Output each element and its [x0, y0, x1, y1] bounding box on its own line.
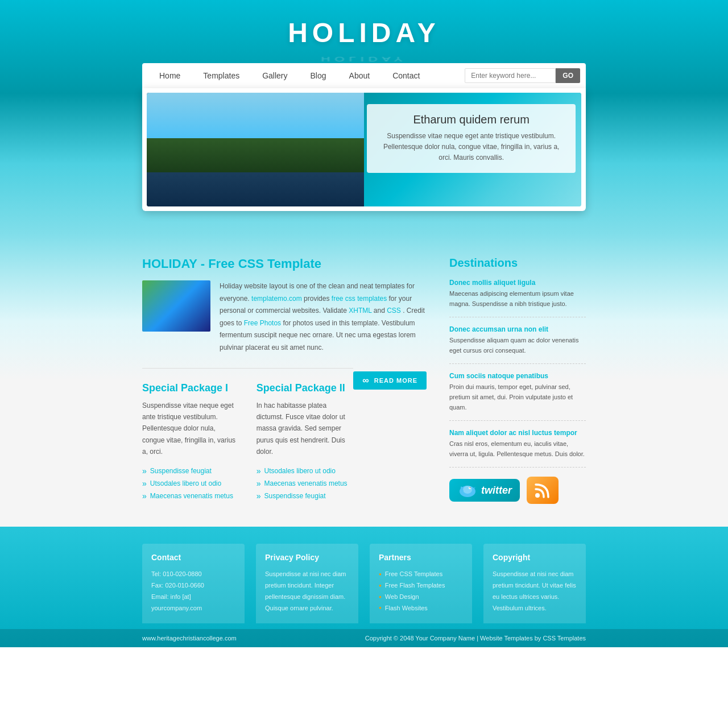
twitter-label: twitter	[481, 485, 512, 497]
company-name-link[interactable]: Your Company Name	[415, 635, 475, 642]
about-text: Holiday website layout is one of the cle…	[220, 280, 427, 354]
partner-link-1[interactable]: Free CSS Templates	[379, 569, 463, 580]
dest-3-text: Proin dui mauris, tempor eget, pulvinar …	[449, 382, 586, 412]
footer-partners-title: Partners	[379, 553, 463, 562]
svg-point-3	[470, 487, 471, 489]
footer-contact: Contact Tel: 010-020-0880 Fax: 020-010-0…	[142, 544, 245, 623]
footer-partners: Partners Free CSS Templates Free Flash T…	[370, 544, 472, 623]
nav-links: Home Templates Gallery Blog About Contac…	[148, 63, 465, 88]
nav-blog[interactable]: Blog	[299, 63, 338, 88]
social-icons: twitter	[449, 477, 586, 504]
footer-bottom-inner: www.heritagechristiancollege.com Copyrig…	[142, 635, 586, 642]
list-item: Utsodales libero ut odio	[257, 465, 354, 477]
package2-list: Utsodales libero ut odio Maecenas venena…	[257, 465, 354, 502]
package1-list: Suspendisse feugiat Utsodales libero ut …	[142, 465, 239, 502]
dest-1-text: Maecenas adipiscing elementum ipsum vita…	[449, 289, 586, 309]
svg-point-1	[463, 486, 472, 494]
hero-text-box: Etharum quidem rerum Suspendisse vitae n…	[367, 104, 576, 173]
dest-4-title: Nam aliquet dolor ac nisl luctus tempor	[449, 429, 586, 437]
footer-copyright-col: Copyright Suspendisse at nisi nec diam p…	[483, 544, 586, 623]
read-more-button[interactable]: ∞ READ MORE	[353, 371, 427, 390]
package1-text: Suspendisse vitae neque eget ante tristi…	[142, 400, 239, 458]
package-2: Special Package II In hac habitasse plat…	[257, 382, 354, 502]
dest-item-4: Nam aliquet dolor ac nisl luctus tempor …	[449, 429, 586, 468]
footer-email: Email: info [at] yourcompany.com	[151, 592, 235, 614]
templatemo-link[interactable]: templatemo.com	[251, 295, 302, 303]
about-image	[142, 280, 210, 332]
footer-inner: Contact Tel: 010-020-0880 Fax: 020-010-0…	[142, 544, 586, 623]
footer-copyright-title: Copyright	[493, 553, 577, 562]
rss-badge[interactable]	[527, 477, 559, 504]
twitter-badge[interactable]: twitter	[449, 479, 520, 502]
nav-gallery[interactable]: Gallery	[251, 63, 299, 88]
css-templates-link[interactable]: CSS Templates	[543, 635, 586, 642]
footer-tel: Tel: 010-020-0880	[151, 569, 235, 580]
sidebar-title: Destinations	[449, 257, 586, 270]
dest-2-title: Donec accumsan urna non elit	[449, 325, 586, 333]
xhtml-link[interactable]: XHTML	[349, 307, 371, 315]
sidebar: Destinations Donec mollis aliquet ligula…	[449, 257, 586, 504]
site-title-reflection: HOLIDAY	[0, 55, 728, 63]
read-more-icon: ∞	[362, 375, 369, 386]
hero-wrapper: Etharum quidem rerum Suspendisse vitae n…	[142, 88, 586, 211]
footer-bottom: www.heritagechristiancollege.com Copyrig…	[0, 629, 728, 647]
nav-about[interactable]: About	[338, 63, 382, 88]
search-button[interactable]: GO	[556, 68, 580, 83]
dest-2-text: Suspendisse aliquam quam ac dolor venena…	[449, 336, 586, 355]
nav-contact[interactable]: Contact	[381, 63, 431, 88]
nav-templates[interactable]: Templates	[192, 63, 251, 88]
rss-icon	[533, 481, 552, 499]
partner-link-3[interactable]: Web Design	[379, 592, 463, 603]
list-item: Utsodales libero ut odio	[142, 477, 239, 490]
header: HOLIDAY HOLIDAY Home Templates Gallery B…	[0, 0, 728, 234]
twitter-bird-icon	[457, 482, 478, 498]
list-item: Suspendisse feugiat	[142, 465, 239, 477]
hero-text: Suspendisse vitae neque eget ante tristi…	[376, 131, 566, 164]
site-title: HOLIDAY	[0, 17, 728, 48]
hero-heading: Etharum quidem rerum	[376, 113, 566, 126]
navbar: Home Templates Gallery Blog About Contac…	[142, 63, 586, 88]
svg-point-4	[535, 493, 540, 498]
list-item: Maecenas venenatis metus	[142, 490, 239, 502]
dest-item-2: Donec accumsan urna non elit Suspendisse…	[449, 325, 586, 364]
package2-title: Special Package II	[257, 382, 354, 394]
footer-contact-title: Contact	[151, 553, 235, 562]
free-css-link[interactable]: free css templates	[332, 295, 387, 303]
website-templates-link[interactable]: Website Templates	[480, 635, 533, 642]
divider	[142, 368, 353, 369]
hero-image	[147, 93, 386, 206]
nav-home[interactable]: Home	[148, 63, 192, 88]
footer-fax: Fax: 020-010-0660	[151, 580, 235, 592]
search-input[interactable]	[465, 68, 556, 83]
footer-site-url: www.heritagechristiancollege.com	[142, 635, 237, 642]
hero-banner: Etharum quidem rerum Suspendisse vitae n…	[147, 93, 581, 206]
dest-4-text: Cras nisl eros, elementum eu, iaculis vi…	[449, 439, 586, 459]
footer-copyright-text: Suspendisse at nisi nec diam pretium tin…	[493, 569, 577, 614]
dest-item-1: Donec mollis aliquet ligula Maecenas adi…	[449, 279, 586, 317]
dest-1-title: Donec mollis aliquet ligula	[449, 279, 586, 287]
dest-item-3: Cum sociis natoque penatibus Proin dui m…	[449, 372, 586, 421]
footer-privacy-title: Privacy Policy	[265, 553, 349, 562]
list-item: Maecenas venenatis metus	[257, 477, 354, 490]
main-section-title: HOLIDAY - Free CSS Template	[142, 257, 427, 271]
partner-link-2[interactable]: Free Flash Templates	[379, 580, 463, 592]
partner-link-4[interactable]: Flash Websites	[379, 603, 463, 614]
css-link[interactable]: CSS	[387, 307, 401, 315]
content-wrapper: HOLIDAY - Free CSS Template Holiday webs…	[142, 257, 586, 504]
dest-3-title: Cum sociis natoque penatibus	[449, 372, 586, 380]
package-1: Special Package I Suspendisse vitae nequ…	[142, 382, 239, 502]
package1-title: Special Package I	[142, 382, 239, 394]
partners-list: Free CSS Templates Free Flash Templates …	[379, 569, 463, 614]
footer-copyright-line: Copyright © 2048 Your Company Name | Web…	[365, 635, 586, 642]
main-left: HOLIDAY - Free CSS Template Holiday webs…	[142, 257, 427, 504]
footer: Contact Tel: 010-020-0880 Fax: 020-010-0…	[0, 527, 728, 647]
list-item: Suspendisse feugiat	[257, 490, 354, 502]
main-content: HOLIDAY - Free CSS Template Holiday webs…	[0, 234, 728, 527]
free-photos-link[interactable]: Free Photos	[244, 319, 281, 327]
footer-privacy-text: Suspendisse at nisi nec diam pretium tin…	[265, 569, 349, 614]
footer-privacy: Privacy Policy Suspendisse at nisi nec d…	[256, 544, 358, 623]
about-section: Holiday website layout is one of the cle…	[142, 280, 427, 354]
packages-row: Special Package I Suspendisse vitae nequ…	[142, 382, 353, 502]
package2-text: In hac habitasse platea dictumst. Fusce …	[257, 400, 354, 458]
search-form: GO	[465, 68, 580, 83]
